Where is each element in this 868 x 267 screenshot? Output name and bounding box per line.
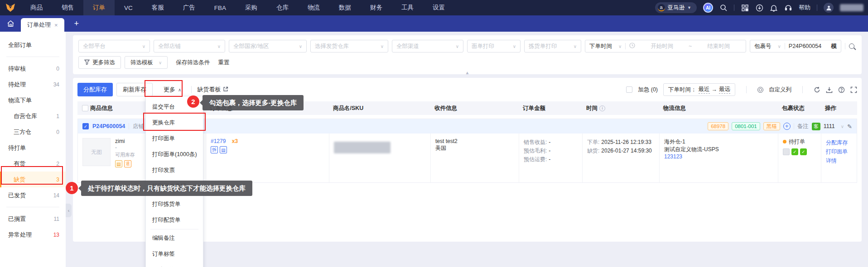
action-assign-stock[interactable]: 分配库存 — [826, 138, 852, 147]
nav-item-settings[interactable]: 设置 — [423, 0, 454, 15]
package-search-filter[interactable]: 包裹号 ∨ P24P600054 模 — [750, 40, 841, 52]
order-item-id-link[interactable]: #1279 — [211, 138, 226, 144]
sidebar-item-all-orders[interactable]: 全部订单 — [0, 37, 66, 53]
nav-item-sales[interactable]: 销售 — [52, 0, 83, 15]
sidebar-item-pending-process[interactable]: 待处理34 — [0, 76, 66, 92]
edit-note-icon[interactable]: ✎ — [847, 123, 852, 130]
fuzzy-search-toggle[interactable]: 模 — [831, 43, 837, 50]
nav-item-logistics[interactable]: 物流 — [298, 0, 329, 15]
sidebar-item-third-party-warehouse[interactable]: 三方仓0 — [0, 124, 66, 140]
menu-item-print-invoice[interactable]: 打印发票 — [146, 162, 203, 178]
action-details[interactable]: 详情 — [826, 156, 852, 165]
nav-item-tools[interactable]: 工具 — [392, 0, 423, 15]
reset-filter-link[interactable]: 重置 — [218, 59, 229, 67]
urgent-checkbox[interactable] — [626, 86, 632, 93]
nav-item-finance[interactable]: 财务 — [361, 0, 392, 15]
amazon-icon: a — [658, 4, 665, 11]
nav-item-vc[interactable]: VC — [115, 0, 142, 15]
sort-to[interactable]: 最远 — [719, 86, 730, 94]
collapse-filters-icon[interactable]: ▲ — [465, 70, 470, 75]
shop-select[interactable]: 全部店铺∨ — [154, 40, 225, 52]
sidebar-group-to-print[interactable]: 待打单 — [0, 140, 66, 156]
platform-select[interactable]: 全部平台∨ — [78, 40, 150, 52]
end-time-input[interactable]: 结束时间 — [695, 43, 742, 50]
time-type-select[interactable]: 下单时间 — [589, 43, 612, 50]
menu-item-print-picking-list[interactable]: 打印拣货单 — [146, 196, 203, 212]
sidebar-item-pending-review[interactable]: 待审核0 — [0, 61, 66, 76]
search-icon[interactable] — [849, 43, 854, 49]
package-no-input[interactable]: P24P600054 — [789, 43, 828, 49]
return-tag: 退 — [124, 160, 131, 167]
nav-item-products[interactable]: 商品 — [21, 0, 52, 15]
nav-item-service[interactable]: 客服 — [142, 0, 174, 15]
platform-selector[interactable]: a 亚马逊 ▼ — [655, 2, 697, 13]
home-icon[interactable] — [0, 15, 21, 32]
sort-from[interactable]: 最近 — [699, 86, 710, 94]
add-tag-icon[interactable]: + — [783, 123, 791, 130]
sidebar-item-exceptions[interactable]: 异常处理13 — [0, 227, 66, 243]
country-select[interactable]: 全部国家/地区∨ — [229, 40, 307, 52]
menu-item-print-label[interactable]: 打印面单 — [146, 131, 203, 147]
range-separator: ~ — [689, 43, 692, 49]
order-tag[interactable]: 68978 — [708, 122, 728, 130]
picking-print-select[interactable]: 拣货单打印∨ — [524, 40, 581, 52]
user-avatar-icon[interactable] — [824, 3, 834, 13]
warehouse-select[interactable]: 选择发货仓库∨ — [310, 40, 388, 52]
nav-item-fba[interactable]: FBA — [205, 0, 236, 15]
notifications-bell-icon[interactable] — [770, 4, 778, 12]
custom-columns-button[interactable]: 自定义列 — [769, 86, 791, 94]
filter-template-button[interactable]: 筛选模板 ∨ — [125, 56, 168, 69]
order-tag[interactable]: 0801-001 — [732, 122, 760, 130]
fullscreen-icon[interactable] — [850, 86, 857, 93]
nav-item-data[interactable]: 数据 — [329, 0, 361, 15]
nav-item-warehouse[interactable]: 仓库 — [267, 0, 298, 15]
package-doc-icon[interactable]: ▤ — [220, 146, 227, 153]
start-time-input[interactable]: 开始时间 — [639, 43, 685, 50]
refresh-icon[interactable] — [814, 86, 820, 93]
help-link[interactable]: 帮助 — [799, 4, 810, 12]
nav-item-orders[interactable]: 订单 — [83, 0, 115, 15]
app-logo-icon[interactable] — [0, 3, 21, 12]
sidebar-item-own-warehouse[interactable]: 自营仓库1 — [0, 108, 66, 124]
menu-item-print-allocation-list[interactable]: 打印配货单 — [146, 212, 203, 228]
order-time-range-filter[interactable]: 下单时间 ∨ 开始时间 ~ 结束时间 — [585, 40, 746, 52]
add-tab-button[interactable]: + — [74, 15, 79, 32]
order-checkbox[interactable]: ✓ — [82, 123, 89, 129]
support-headset-icon[interactable] — [784, 4, 792, 12]
sidebar-item-on-hold[interactable]: 已搁置11 — [0, 211, 66, 227]
ai-assistant-button[interactable]: AI — [703, 3, 713, 13]
menu-item-remove-tags[interactable]: 移除标签 — [146, 262, 203, 267]
assign-stock-button[interactable]: 分配库存 — [77, 83, 113, 96]
apps-grid-icon[interactable] — [741, 4, 749, 12]
export-icon[interactable] — [826, 86, 833, 93]
order-tag[interactable]: 黑猫 — [763, 122, 780, 130]
search-icon[interactable] — [719, 4, 728, 12]
sidebar-item-shipped[interactable]: 已发货14 — [0, 187, 66, 203]
oos-dashboard-link[interactable]: 缺货看板 — [197, 86, 228, 94]
save-filter-link[interactable]: 保存筛选条件 — [176, 59, 210, 67]
sidebar-collapse-handle[interactable]: ‹ — [66, 204, 72, 217]
order-number-link[interactable]: P24P600054 — [92, 123, 125, 129]
package-no-select[interactable]: 包裹号 — [754, 43, 772, 50]
tracking-number-link[interactable]: 123123 — [664, 153, 773, 160]
logistics-channel: 测试自定义物流-USPS — [664, 146, 773, 153]
nav-item-purchase[interactable]: 采购 — [236, 0, 267, 15]
label-print-select[interactable]: 面单打印∨ — [467, 40, 521, 52]
menu-item-edit-note[interactable]: 编辑备注 — [146, 230, 203, 246]
menu-item-order-tags[interactable]: 订单标签 — [146, 246, 203, 262]
more-filters-button[interactable]: 更多筛选 — [78, 56, 121, 69]
select-placeholder: 面单打印 — [472, 43, 494, 50]
sort-order-button[interactable]: 下单时间： 最近 → 最远 — [663, 83, 735, 96]
help-icon[interactable] — [838, 86, 845, 93]
select-all-checkbox[interactable] — [82, 105, 88, 111]
chevron-down-icon[interactable]: ∨ — [841, 124, 844, 129]
close-icon[interactable]: × — [54, 22, 58, 29]
split-order-icon[interactable]: 拆 — [211, 146, 218, 153]
channel-select[interactable]: 全部渠道∨ — [392, 40, 463, 52]
nav-item-ads[interactable]: 广告 — [174, 0, 205, 15]
tab-order-processing[interactable]: 订单处理 × — [21, 18, 64, 32]
action-print-label[interactable]: 打印面单 — [826, 147, 852, 156]
sidebar-group-logistics-order[interactable]: 物流下单 — [0, 92, 66, 108]
download-center-icon[interactable] — [755, 4, 763, 12]
menu-item-print-label-1000[interactable]: 打印面单(1000条) — [146, 147, 203, 162]
